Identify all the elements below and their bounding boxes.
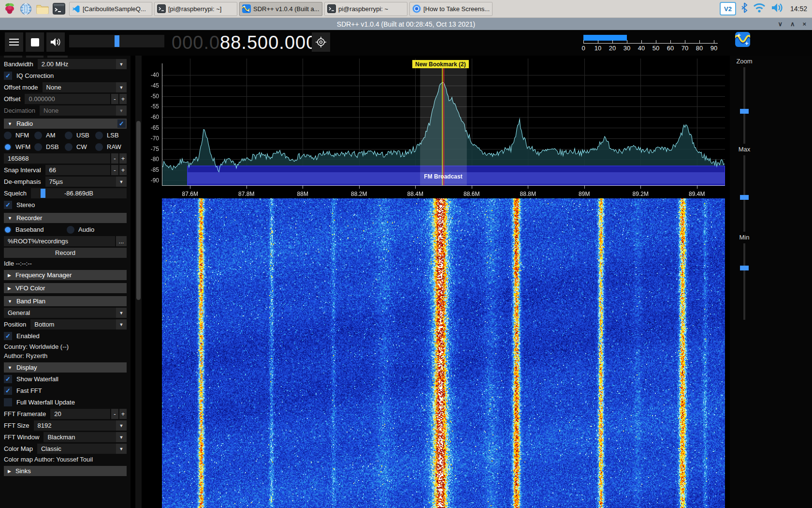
iq-correction-checkbox[interactable]: ✓: [4, 72, 12, 80]
bluetooth-icon[interactable]: [741, 2, 748, 15]
bandwidth-select[interactable]: 2.00 MHz▼: [38, 59, 127, 69]
taskbar-window-button[interactable]: [How to Take Screens...: [409, 2, 493, 16]
radio-mode-option[interactable]: RAW: [95, 143, 126, 151]
snap-interval-input[interactable]: 66: [45, 165, 110, 175]
globe-icon[interactable]: [19, 2, 32, 15]
close-button[interactable]: ×: [802, 20, 806, 28]
band-plan-enabled-checkbox[interactable]: ✓: [4, 332, 12, 340]
bookmark-label[interactable]: New Bookmark (2): [412, 60, 469, 68]
fft-framerate-increment-button[interactable]: +: [119, 409, 127, 419]
show-waterfall-checkbox[interactable]: ✓: [4, 375, 12, 383]
snap-interval-increment-button[interactable]: +: [119, 165, 127, 175]
speaker-icon: [50, 37, 61, 47]
recorder-section-header[interactable]: ▼ Recorder: [4, 213, 127, 223]
stop-button[interactable]: [26, 32, 44, 52]
folder-icon[interactable]: [36, 2, 49, 15]
radio-mode-option[interactable]: NFM: [4, 132, 34, 139]
sidebar-scrollbar-thumb[interactable]: [136, 121, 141, 300]
frequency-manager-header[interactable]: ▶ Frequency Manager: [4, 270, 127, 280]
taskbar-window-button[interactable]: [CaribouliteSampleQ...: [69, 2, 152, 16]
vfo-bandwidth-increment-button[interactable]: +: [119, 153, 127, 164]
snap-interval-value: 66: [49, 166, 56, 174]
band-plan-header[interactable]: ▼ Band Plan: [4, 296, 127, 306]
squelch-slider[interactable]: -86.869dB: [31, 188, 127, 198]
radio-mode-option[interactable]: CW: [65, 143, 95, 151]
frequency-display[interactable]: 000.088.500.000: [172, 32, 317, 53]
wifi-icon[interactable]: [753, 2, 766, 15]
offset-increment-button[interactable]: +: [119, 94, 127, 104]
deemphasis-select[interactable]: 75µs▼: [45, 177, 127, 187]
snr-meter-bar: [583, 35, 627, 41]
recording-path-input[interactable]: %ROOT%/recordings: [4, 236, 115, 246]
chevron-down-icon: ▼: [116, 319, 127, 329]
svg-text:+: +: [737, 32, 741, 39]
minimize-button[interactable]: ∨: [778, 20, 783, 28]
bandwidth-row: Bandwidth 2.00 MHz▼: [4, 59, 127, 69]
fft-framerate-input[interactable]: 20: [50, 409, 110, 419]
raspberry-menu-icon[interactable]: [3, 2, 16, 15]
terminal-icon: [327, 4, 336, 13]
sidebar-scrollbar[interactable]: [135, 56, 142, 508]
taskbar-window-button[interactable]: [pi@raspberrypi: ~]: [154, 2, 237, 16]
volume-slider-handle[interactable]: [115, 35, 119, 47]
volume-slider[interactable]: [69, 35, 164, 47]
vfo-bandwidth-decrement-button[interactable]: -: [111, 153, 118, 164]
radio-mode-option[interactable]: LSB: [95, 132, 126, 139]
max-slider-handle[interactable]: [740, 195, 749, 200]
position-select[interactable]: Bottom▼: [30, 319, 127, 329]
radio-enable-checkbox[interactable]: ✓: [117, 120, 126, 128]
audio-option[interactable]: Audio: [67, 226, 125, 234]
min-slider-handle[interactable]: [740, 266, 749, 270]
fft-framerate-decrement-button[interactable]: -: [111, 409, 118, 419]
squelch-slider-handle[interactable]: [41, 189, 45, 198]
vnc-icon[interactable]: V2: [720, 2, 736, 15]
browse-button[interactable]: ...: [116, 236, 127, 246]
vfo-color-header[interactable]: ▶ VFO Color: [4, 283, 127, 293]
radio-mode-option[interactable]: USB: [65, 132, 95, 139]
snap-interval-label: Snap Interval: [4, 166, 41, 174]
waterfall[interactable]: [162, 198, 725, 508]
record-button[interactable]: Record: [4, 248, 127, 258]
volume-icon[interactable]: [771, 2, 783, 15]
radio-mode-option[interactable]: WFM: [4, 143, 34, 151]
vscode-icon: [72, 5, 80, 13]
fast-fft-checkbox[interactable]: ✓: [4, 387, 12, 395]
offset-mode-select[interactable]: None▼: [43, 82, 127, 92]
maximize-button[interactable]: ∧: [790, 20, 795, 28]
taskbar-window-button[interactable]: ++SDR++ v1.0.4 (Built a...: [239, 2, 322, 16]
baseband-option[interactable]: Baseband: [4, 226, 67, 234]
radio-section-header[interactable]: ▼ Radio ✓: [4, 119, 127, 129]
sinks-section-header[interactable]: ▶ Sinks: [4, 466, 127, 476]
db-tick-label: -55: [139, 103, 159, 110]
fft-size-select[interactable]: 8192▼: [34, 420, 127, 431]
band-plan-band-label: FM Broadcast: [414, 173, 472, 180]
frequency-leading-zeros: 000.0: [172, 32, 220, 53]
frequency-tick-label: 88.2M: [345, 191, 374, 197]
full-waterfall-update-checkbox[interactable]: [4, 398, 12, 406]
snap-interval-decrement-button[interactable]: -: [111, 165, 118, 175]
fft-window-select[interactable]: Blackman▼: [44, 432, 127, 442]
band-plan-select[interactable]: General▼: [4, 308, 127, 318]
zoom-slider[interactable]: [743, 67, 745, 144]
menu-button[interactable]: [5, 32, 23, 52]
zoom-slider-handle[interactable]: [740, 109, 749, 114]
radio-mode-option[interactable]: AM: [34, 132, 65, 139]
offset-input[interactable]: 0.000000: [25, 94, 110, 104]
offset-decrement-button[interactable]: -: [111, 94, 118, 104]
db-tick-label: -80: [139, 156, 159, 163]
min-slider[interactable]: [743, 243, 745, 320]
fast-fft-row: ✓ Fast FFT: [4, 386, 127, 396]
terminal-icon[interactable]: [52, 2, 65, 15]
crosshair-icon: [315, 36, 327, 48]
record-row: Record: [4, 248, 127, 258]
display-section-header[interactable]: ▼ Display: [4, 362, 127, 373]
mute-button[interactable]: [46, 32, 65, 52]
tuning-mode-button[interactable]: [312, 32, 330, 52]
stereo-checkbox[interactable]: ✓: [4, 201, 12, 209]
taskbar-window-button[interactable]: pi@raspberrypi: ~: [324, 2, 407, 16]
vfo-bandwidth-input[interactable]: 165868: [4, 153, 110, 164]
window-titlebar[interactable]: SDR++ v1.0.4 (Built at 00:28:45, Oct 13 …: [0, 18, 812, 30]
radio-mode-option[interactable]: DSB: [34, 143, 65, 151]
max-slider[interactable]: [743, 155, 745, 232]
color-map-select[interactable]: Classic▼: [37, 444, 127, 454]
